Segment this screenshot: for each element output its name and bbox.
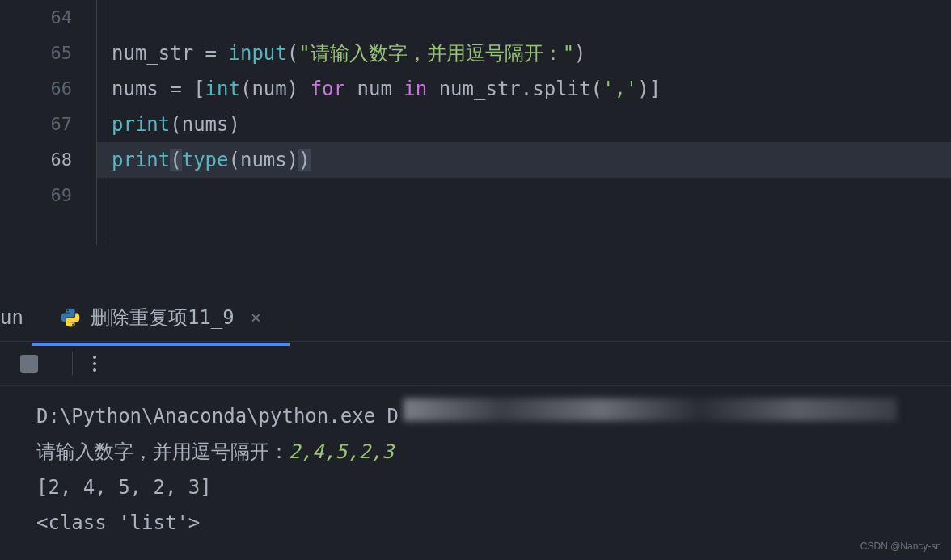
code-token: print [112, 113, 170, 136]
input-prompt: 请输入数字，并用逗号隔开： [36, 434, 289, 469]
run-toolbar [0, 342, 951, 386]
code-token: ( [170, 149, 181, 171]
line-number: 66 [0, 71, 72, 107]
redacted-path [404, 398, 897, 421]
editor-area: 646566676869 num_str = input("请输入数字，并用逗号… [0, 0, 951, 245]
code-token: num_str [112, 42, 205, 65]
python-icon [60, 307, 81, 328]
watermark: CSDN @Nancy-sn [860, 541, 941, 552]
console-line-out1: [2, 4, 5, 2, 3] [36, 469, 951, 505]
code-token: = [205, 42, 217, 65]
code-token: ( [287, 42, 298, 65]
code-token: "请输入数字，并用逗号隔开：" [298, 42, 574, 65]
run-tab[interactable]: 删除重复项11_9 × [52, 293, 269, 341]
code-token: num_str.split( [427, 78, 602, 100]
console-output[interactable]: D:\Python\Anaconda\python.exe D 请输入数字，并用… [0, 386, 951, 560]
line-number: 67 [0, 107, 72, 142]
run-header: un 删除重复项11_9 × [0, 293, 951, 342]
run-tab-title: 删除重复项11_9 [91, 305, 235, 331]
code-content[interactable]: num_str = input("请输入数字，并用逗号隔开：")nums = [… [97, 0, 951, 245]
line-number: 65 [0, 36, 72, 71]
code-line[interactable]: nums = [int(num) for num in num_str.spli… [112, 71, 951, 107]
code-token: (num) [240, 78, 311, 100]
code-token: = [170, 78, 181, 100]
close-icon[interactable]: × [251, 307, 261, 327]
code-token: in [404, 78, 427, 100]
gutter: 646566676869 [0, 0, 97, 245]
code-line[interactable]: print(type(nums)) [112, 142, 951, 178]
code-line[interactable]: num_str = input("请输入数字，并用逗号隔开：") [112, 36, 951, 71]
console-line-exec: D:\Python\Anaconda\python.exe D [36, 398, 951, 434]
code-token: )] [637, 78, 661, 100]
code-token: for [311, 78, 345, 100]
user-input: 2,4,5,2,3 [289, 434, 394, 469]
line-number: 69 [0, 178, 72, 213]
code-token: nums [112, 78, 170, 100]
code-line[interactable]: print(nums) [112, 107, 951, 142]
code-token: type [182, 149, 229, 171]
code-token: (nums) [229, 149, 299, 171]
more-icon[interactable] [93, 356, 96, 372]
line-number: 64 [0, 0, 72, 36]
code-token: print [112, 149, 170, 171]
run-panel: un 删除重复项11_9 × D:\Python\Anaconda\python… [0, 293, 951, 560]
line-number: 68 [0, 142, 72, 178]
code-token: int [205, 78, 240, 100]
exe-path: D:\Python\Anaconda\python.exe D [36, 398, 399, 434]
code-token: (nums) [170, 113, 240, 136]
run-label: un [0, 306, 52, 329]
code-token: input [229, 42, 287, 65]
stop-button[interactable] [20, 355, 38, 373]
code-token: num [345, 78, 404, 100]
code-token [217, 42, 228, 65]
code-token: ) [298, 149, 310, 171]
code-token: ) [574, 42, 585, 65]
panel-divider[interactable] [0, 245, 951, 293]
console-line-input: 请输入数字，并用逗号隔开：2,4,5,2,3 [36, 434, 951, 469]
code-token: [ [182, 78, 205, 100]
code-token: ',' [602, 78, 637, 100]
code-line[interactable] [112, 0, 951, 36]
toolbar-divider [72, 352, 73, 376]
code-line[interactable] [112, 178, 951, 213]
console-line-out2: <class 'list'> [36, 505, 951, 541]
